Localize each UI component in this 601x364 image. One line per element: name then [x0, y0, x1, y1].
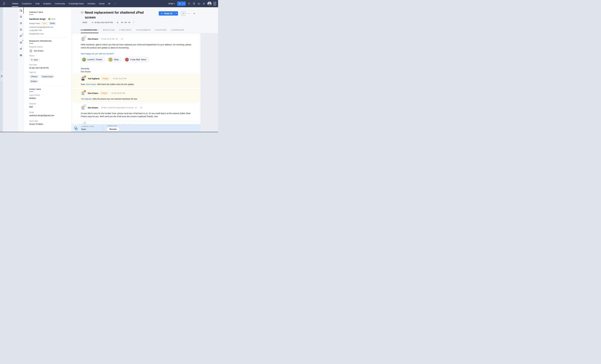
ticket-id-chip[interactable]: #9282: [81, 21, 89, 24]
top-nav: Tickets Customers Chat Analytics Communi…: [0, 0, 218, 7]
requests-properties-heading: REQUESTS PROPERTIES: [29, 40, 68, 42]
nav-item-analytics[interactable]: Analytics: [41, 0, 53, 7]
contact-info-heading: CONTACT INFO: [29, 11, 68, 13]
ticket-sidebar: CONTACT INFO Santhosh Singh 80% Design I…: [24, 7, 71, 132]
message-author[interactable]: Yod Agbaria: [88, 78, 100, 80]
back-button[interactable]: [3, 9, 7, 13]
rail-apps-atom-icon[interactable]: [18, 52, 24, 58]
mention-link[interactable]: Don Evans.: [86, 83, 97, 85]
mention-link[interactable]: Yod Agbaria: [81, 98, 92, 100]
message-author[interactable]: Don Evans: [88, 107, 98, 109]
survey-link[interactable]: How happy are you with our service?: [73, 49, 199, 55]
avatar-yod-agbaria: [81, 76, 85, 81]
add-new-caret[interactable]: [182, 1, 186, 6]
nav-item-im[interactable]: IM: [106, 0, 112, 7]
split-view-button[interactable]: [192, 11, 196, 16]
email-value[interactable]: santhosh.design@gmail.com: [29, 114, 68, 117]
avatar-don-evans: [81, 91, 85, 95]
rating-okay-button[interactable]: Okay: [107, 57, 122, 62]
rail-follow-flag-icon[interactable]: 2: [18, 33, 24, 39]
nav-item-activities[interactable]: Activities: [86, 0, 97, 7]
more-actions-button[interactable]: [187, 11, 191, 16]
tab-approvals[interactable]: 2 APPROVALS: [171, 29, 183, 33]
ticket-timer: 00 : 00 : 03: [116, 20, 135, 24]
created-time: 30 Mar 2022 09:00 PM: [91, 21, 113, 23]
contact-name[interactable]: Santhosh Singh: [29, 18, 46, 20]
tab-conversation[interactable]: 6 CONVERSATION: [81, 29, 99, 33]
expand-original-button[interactable]: [140, 107, 142, 109]
current-state-label: CURRENT STATE: [81, 126, 94, 127]
rating-label: Loved it. Thanks: [88, 58, 102, 61]
add-new-button[interactable]: +: [177, 1, 186, 6]
tag-pill[interactable]: zPhone: [29, 75, 39, 78]
outbound-reply-badge-icon: [84, 104, 86, 107]
brand-logo[interactable]: [2, 1, 6, 6]
channel-value: Mail: [29, 106, 68, 108]
resolve-button[interactable]: Resolve: [107, 127, 120, 131]
conversation-panel: Don Evans 03 Apr 10:10 AM Hello Santhosh…: [71, 33, 200, 132]
rail-history-icon[interactable]: [18, 26, 24, 33]
private-note-don: Don Evans Private 02 Apr 02:00 PM Yod Ag…: [73, 89, 200, 102]
tab-activities[interactable]: 4 ACTIVITIES: [155, 29, 167, 33]
panel-collapse-handle[interactable]: [1, 71, 3, 81]
note-text: , Why the phone has not reached Santhosh…: [92, 98, 137, 100]
tag-pill[interactable]: Screen Issue: [40, 75, 54, 78]
settings-gear-icon[interactable]: [202, 2, 205, 5]
user-avatar[interactable]: [207, 1, 211, 6]
status-value: Open: [34, 59, 38, 61]
tab-time-entry[interactable]: 2 TIME ENTRY: [119, 29, 131, 33]
timer-refresh-button[interactable]: [132, 21, 135, 24]
timer-pause-button[interactable]: [116, 21, 120, 24]
conversation-sort-icon[interactable]: [182, 29, 184, 31]
reply-options-caret[interactable]: [174, 11, 178, 16]
blueprint-state-icon: [73, 126, 79, 131]
contact-company[interactable]: Design Indus: [29, 22, 40, 24]
contact-phone[interactable]: (+26) 669-7787: [29, 29, 68, 31]
nav-item-community[interactable]: Community: [53, 0, 67, 7]
gamification-icon[interactable]: [198, 2, 200, 5]
release-notes-icon[interactable]: [193, 2, 195, 5]
tab-conversation-label: 6 CONVERSATION: [81, 29, 97, 31]
paid-badge: Paid: [41, 22, 48, 25]
tag-pill[interactable]: Broken: [29, 80, 39, 83]
delivered-checks-icon: [135, 107, 137, 109]
message-body: Hi Ivan,We're sorry for the trouble! Sur…: [73, 110, 199, 118]
contact-email[interactable]: santhosh.design@email.com: [29, 26, 68, 28]
nav-item-customers[interactable]: Customers: [20, 0, 33, 7]
comment-button[interactable]: [181, 11, 185, 16]
rail-insights-icon[interactable]: [18, 20, 24, 26]
message-author[interactable]: Don Evans: [88, 38, 98, 40]
rail-share-icon[interactable]: [18, 46, 24, 52]
rail-approvals-icon[interactable]: 4: [18, 39, 24, 46]
rating-loved-button[interactable]: Loved it. Thanks: [81, 57, 105, 62]
happy-face-icon: [82, 58, 86, 61]
reply-all-icon: [161, 12, 163, 15]
owner-name[interactable]: Don Evans: [34, 50, 43, 52]
message-author[interactable]: Don Evans: [88, 92, 98, 94]
nav-overflow-icon[interactable]: [114, 2, 117, 5]
nav-item-chat[interactable]: Chat: [33, 0, 41, 7]
message-body: Hello Santhosh, glad to inform you that …: [73, 41, 199, 49]
tab-attachments[interactable]: 3 ATTACHMENTS: [136, 29, 151, 33]
neutral-face-icon: [109, 58, 112, 61]
survey-ratings: Loved it. Thanks Okay It was Bad. Sorry!: [73, 55, 199, 62]
nav-item-social[interactable]: Social: [97, 0, 106, 7]
plus-icon[interactable]: +: [177, 1, 182, 6]
contact-website[interactable]: DesignIndus.com: [29, 33, 68, 35]
apps-grid-icon[interactable]: [214, 2, 216, 6]
rail-ticket-properties-icon[interactable]: [18, 7, 24, 14]
nav-item-tickets[interactable]: Tickets: [10, 0, 20, 7]
search-icon[interactable]: [188, 2, 190, 5]
tab-resolution[interactable]: RESOLUTION: [103, 29, 115, 33]
nav-item-knowledge-base[interactable]: Knowledge Base: [67, 0, 86, 7]
message-time: 02 Apr 02:00 PM: [112, 92, 125, 94]
portal-badge: Portal: [49, 22, 56, 25]
rating-bad-button[interactable]: It was Bad. Sorry!: [124, 57, 149, 62]
delivered-checks-icon: [116, 38, 118, 40]
reply-all-button[interactable]: Reply All: [159, 11, 178, 16]
expand-original-button[interactable]: [121, 38, 123, 40]
department-selector[interactable]: zPad: [168, 2, 175, 5]
rail-zia-bot-icon[interactable]: [18, 14, 24, 20]
status-chip[interactable]: Open: [29, 58, 40, 61]
sad-face-icon: [125, 58, 129, 61]
